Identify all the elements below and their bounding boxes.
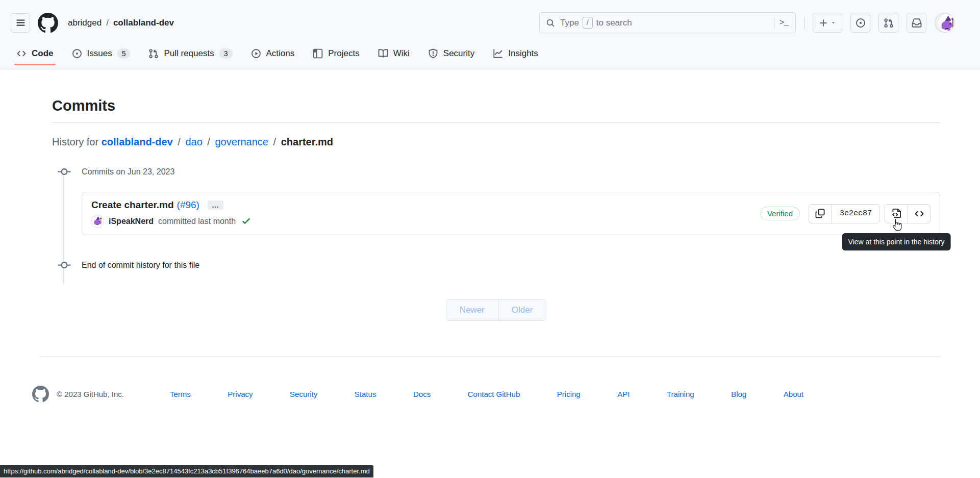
commit-actions: Verified 3e2ec87 xyxy=(760,204,931,223)
tab-label: Issues xyxy=(87,48,112,59)
mouse-cursor xyxy=(890,217,904,234)
commit-author-link[interactable]: iSpeakNerd xyxy=(109,217,154,226)
tab-wiki[interactable]: Wiki xyxy=(372,44,416,69)
hamburger-menu-button[interactable] xyxy=(11,13,30,33)
plus-icon xyxy=(819,18,828,28)
breadcrumb-owner-link[interactable]: abridged xyxy=(68,18,102,28)
git-commit-icon xyxy=(58,165,71,179)
tab-label: Insights xyxy=(508,48,538,59)
title-divider xyxy=(52,122,940,123)
newer-button[interactable]: Newer xyxy=(446,300,498,320)
view-at-history-button[interactable]: View at this point in the history xyxy=(885,205,908,223)
footer-link-pricing[interactable]: Pricing xyxy=(557,390,581,398)
github-footer-logo[interactable] xyxy=(32,386,49,402)
breadcrumb-repo-link[interactable]: collabland-dev xyxy=(113,18,174,28)
github-logo[interactable] xyxy=(38,13,58,33)
check-icon xyxy=(241,216,251,226)
global-search-input[interactable]: Type / to search >_ xyxy=(539,12,796,33)
book-icon xyxy=(378,48,388,59)
tab-label: Code xyxy=(32,48,54,59)
tab-projects[interactable]: Projects xyxy=(307,44,365,69)
tab-label: Projects xyxy=(328,48,359,59)
footer-link-contact[interactable]: Contact GitHub xyxy=(468,390,520,398)
tab-insights[interactable]: Insights xyxy=(487,44,544,69)
code-icon xyxy=(914,209,924,219)
copy-icon xyxy=(815,209,825,218)
history-dir-governance-link[interactable]: governance xyxy=(215,136,268,147)
footer-link-privacy[interactable]: Privacy xyxy=(228,390,253,398)
footer-links: Terms Privacy Security Status Docs Conta… xyxy=(170,390,803,398)
user-avatar[interactable] xyxy=(935,13,954,33)
search-icon xyxy=(546,18,555,28)
code-icon xyxy=(16,48,27,59)
tab-label: Wiki xyxy=(393,48,410,59)
repo-nav: Code Issues 5 Pull requests 3 Actions Pr… xyxy=(0,41,980,69)
history-dir-dao-link[interactable]: dao xyxy=(185,136,202,147)
commit-description-toggle[interactable]: … xyxy=(208,200,223,210)
history-repo-link[interactable]: collabland-dev xyxy=(102,136,173,147)
graph-icon xyxy=(493,48,503,59)
global-header: abridged / collabland-dev Type / to sear… xyxy=(0,0,980,41)
play-icon xyxy=(251,48,261,59)
tab-label: Security xyxy=(443,48,474,59)
triangle-down-icon xyxy=(831,20,836,26)
history-current-file: charter.md xyxy=(281,136,333,147)
footer-link-training[interactable]: Training xyxy=(667,390,694,398)
older-button[interactable]: Older xyxy=(498,300,546,320)
tab-code[interactable]: Code xyxy=(10,44,60,69)
end-of-history-text: End of commit history for this file xyxy=(82,261,199,270)
tab-label: Actions xyxy=(266,48,295,59)
issues-counter: 5 xyxy=(117,48,131,59)
author-avatar[interactable] xyxy=(91,215,104,228)
view-button-group: View at this point in the history xyxy=(885,204,931,223)
sha-button-group: 3e2ec87 xyxy=(809,204,880,223)
create-new-button[interactable] xyxy=(813,13,842,33)
browser-status-url: https://github.com/abridged/collabland-d… xyxy=(0,465,373,477)
tab-issues[interactable]: Issues 5 xyxy=(66,44,137,69)
commit-meta-text: committed last month xyxy=(158,217,236,226)
browse-files-button[interactable] xyxy=(908,205,930,223)
commit-date-group: Commits on Jun 23, 2023 xyxy=(52,165,940,179)
pull-requests-counter: 3 xyxy=(219,48,233,59)
pull-requests-dashboard-button[interactable] xyxy=(878,13,898,33)
tab-pull-requests[interactable]: Pull requests 3 xyxy=(142,44,238,69)
three-bars-icon xyxy=(16,18,26,28)
pagination: Newer Older xyxy=(52,299,940,321)
shield-icon xyxy=(428,48,438,59)
issues-dashboard-button[interactable] xyxy=(850,13,870,33)
footer-link-status[interactable]: Status xyxy=(355,390,376,398)
git-pull-request-icon xyxy=(884,18,894,28)
issue-opened-icon xyxy=(856,18,866,28)
verified-badge[interactable]: Verified xyxy=(760,207,800,220)
search-placeholder-prefix: Type xyxy=(560,18,579,28)
git-pull-request-icon xyxy=(148,48,159,59)
commit-sha-button[interactable]: 3e2ec87 xyxy=(832,205,880,223)
issue-opened-icon xyxy=(72,48,82,59)
footer-link-security[interactable]: Security xyxy=(290,390,317,398)
breadcrumb: abridged / collabland-dev xyxy=(68,18,174,28)
inbox-button[interactable] xyxy=(907,13,926,33)
history-separator: / xyxy=(271,136,279,147)
commit-info: Create charter.md (#96) … xyxy=(91,199,251,228)
footer-link-terms[interactable]: Terms xyxy=(170,390,191,398)
search-placeholder-suffix: to search xyxy=(596,18,632,28)
breadcrumb-separator: / xyxy=(106,18,109,28)
search-divider xyxy=(774,17,774,29)
main-content: Commits History for collabland-dev / dao… xyxy=(0,69,980,321)
footer-link-docs[interactable]: Docs xyxy=(413,390,431,398)
command-palette-icon[interactable]: >_ xyxy=(780,18,790,28)
commit-title-link[interactable]: Create charter.md xyxy=(91,199,174,211)
commit-pr-link[interactable]: (#96) xyxy=(177,199,199,211)
history-separator: / xyxy=(175,136,183,147)
copy-sha-button[interactable] xyxy=(809,205,832,223)
end-of-history-row: End of commit history for this file xyxy=(52,259,940,272)
header-divider xyxy=(804,17,805,29)
footer-link-api[interactable]: API xyxy=(617,390,630,398)
file-code-icon xyxy=(891,208,902,219)
commit-card: Create charter.md (#96) … xyxy=(82,192,940,235)
tab-actions[interactable]: Actions xyxy=(245,44,301,69)
footer-link-about[interactable]: About xyxy=(784,390,803,398)
footer-link-blog[interactable]: Blog xyxy=(731,390,746,398)
tab-security[interactable]: Security xyxy=(422,44,481,69)
commit-date-header: Commits on Jun 23, 2023 xyxy=(82,167,174,177)
